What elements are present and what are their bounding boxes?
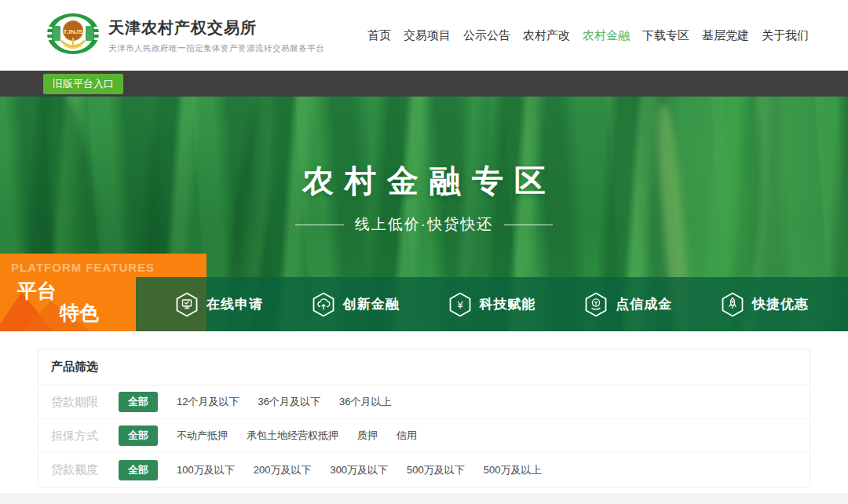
filter-option[interactable]: 200万及以下 xyxy=(254,463,312,477)
footer-strip xyxy=(0,493,848,504)
yen-icon: ¥ xyxy=(448,292,472,317)
nav-item-8[interactable]: 关于我们 xyxy=(760,25,810,46)
filter-all-button[interactable]: 全部 xyxy=(119,392,158,412)
feature-tab-label: 创新金融 xyxy=(343,295,400,313)
feature-tab-fast-discount[interactable]: 快捷优惠 xyxy=(721,292,809,317)
nav-item-5[interactable]: 农村金融 xyxy=(581,25,631,46)
site-logo: TJNJS xyxy=(46,11,101,60)
feature-tab-label: 科技赋能 xyxy=(480,295,536,313)
feature-tab-online-apply[interactable]: 在线申请 xyxy=(175,292,263,317)
filter-options: 100万及以下200万及以下300万及以下500万及以下500万及以上 xyxy=(177,463,542,477)
cloud-arrow-icon xyxy=(312,292,335,317)
brand-subtitle: 天津市人民政府唯一指定集体资产资源流转交易服务平台 xyxy=(108,43,324,54)
feature-tab-label: 点信成金 xyxy=(616,295,672,313)
nav-item-4[interactable]: 农村产改 xyxy=(521,25,572,46)
filter-option[interactable]: 500万及以下 xyxy=(407,463,465,477)
hero-banner: 农村金融专区 线上低价·快贷快还 PLATFORM FEATURES 平台 特色… xyxy=(0,97,848,331)
rocket-icon xyxy=(721,292,744,317)
features-eyebrow: PLATFORM FEATURES xyxy=(11,261,155,274)
svg-text:TJNJS: TJNJS xyxy=(64,28,84,35)
filter-options: 不动产抵押承包土地经营权抵押质押信用 xyxy=(177,429,417,443)
site-header: TJNJS 天津农村产权交易所 天津市人民政府唯一指定集体资产资源流转交易服务平… xyxy=(0,0,848,71)
filter-option[interactable]: 质押 xyxy=(357,429,378,443)
filter-option[interactable]: 100万及以下 xyxy=(177,463,235,477)
filter-row-label: 贷款期限 xyxy=(51,395,112,410)
subtitle-line-right xyxy=(504,225,553,225)
nav-item-2[interactable]: 交易项目 xyxy=(402,25,452,46)
brand-text: 天津农村产权交易所 天津市人民政府唯一指定集体资产资源流转交易服务平台 xyxy=(108,17,324,54)
feature-tab-label: 快捷优惠 xyxy=(752,295,809,313)
feature-tab-innovative-finance[interactable]: 创新金融 xyxy=(312,292,400,317)
coin-hand-icon xyxy=(584,292,608,317)
filter-row-2: 担保方式全部不动产抵押承包土地经营权抵押质押信用 xyxy=(38,419,810,453)
filter-row-label: 贷款额度 xyxy=(51,462,112,477)
hero-subtitle: 线上低价·快贷快还 xyxy=(0,214,848,235)
hero-title: 农村金融专区 xyxy=(0,159,848,203)
filter-option[interactable]: 承包土地经营权抵押 xyxy=(247,429,338,443)
features-title-line1: 平台 xyxy=(17,278,57,304)
brand[interactable]: TJNJS 天津农村产权交易所 天津市人民政府唯一指定集体资产资源流转交易服务平… xyxy=(46,11,324,60)
filter-row-3: 贷款额度全部100万及以下200万及以下300万及以下500万及以下500万及以… xyxy=(38,453,810,487)
filter-option[interactable]: 300万及以下 xyxy=(330,463,388,477)
filter-all-button[interactable]: 全部 xyxy=(119,460,158,480)
filter-option[interactable]: 12个月及以下 xyxy=(177,395,239,409)
topbar: 旧版平台入口 xyxy=(0,71,848,97)
feature-tab-credit-to-gold[interactable]: 点信成金 xyxy=(584,292,672,317)
nav-item-7[interactable]: 基层党建 xyxy=(700,25,751,46)
hero-subtitle-text: 线上低价·快贷快还 xyxy=(355,214,493,235)
filter-option[interactable]: 36个月及以下 xyxy=(258,395,320,409)
filter-row-label: 担保方式 xyxy=(51,429,112,444)
nav-item-1[interactable]: 首页 xyxy=(366,25,393,46)
filter-option[interactable]: 36个月以上 xyxy=(339,395,391,409)
filter-rows: 贷款期限全部12个月及以下36个月及以下36个月以上担保方式全部不动产抵押承包土… xyxy=(38,385,810,487)
svg-text:¥: ¥ xyxy=(456,299,463,311)
feature-tab-tech-empower[interactable]: ¥科技赋能 xyxy=(448,292,536,317)
filter-option[interactable]: 500万及以上 xyxy=(484,463,542,477)
nav-item-6[interactable]: 下载专区 xyxy=(641,25,691,46)
product-filter-card: 产品筛选 贷款期限全部12个月及以下36个月及以下36个月以上担保方式全部不动产… xyxy=(38,349,810,488)
filter-all-button[interactable]: 全部 xyxy=(119,425,158,446)
filter-options: 12个月及以下36个月及以下36个月以上 xyxy=(177,395,391,409)
main-nav: 首页交易项目公示公告农村产改农村金融下载专区基层党建关于我们 xyxy=(366,25,810,46)
brand-title: 天津农村产权交易所 xyxy=(108,17,324,38)
features-title-line2: 特色 xyxy=(60,300,99,326)
filter-card-title: 产品筛选 xyxy=(38,349,810,385)
feature-tab-label: 在线申请 xyxy=(207,295,263,313)
feature-tabbar: 在线申请创新金融¥科技赋能点信成金快捷优惠 xyxy=(136,277,848,331)
subtitle-line-left xyxy=(295,225,344,225)
filter-option[interactable]: 不动产抵押 xyxy=(177,429,228,443)
monitor-check-icon xyxy=(175,292,199,317)
filter-row-1: 贷款期限全部12个月及以下36个月及以下36个月以上 xyxy=(38,385,810,419)
nav-item-3[interactable]: 公示公告 xyxy=(462,25,512,46)
old-platform-button[interactable]: 旧版平台入口 xyxy=(43,74,123,94)
page: TJNJS 天津农村产权交易所 天津市人民政府唯一指定集体资产资源流转交易服务平… xyxy=(0,0,848,504)
filter-option[interactable]: 信用 xyxy=(397,429,417,443)
